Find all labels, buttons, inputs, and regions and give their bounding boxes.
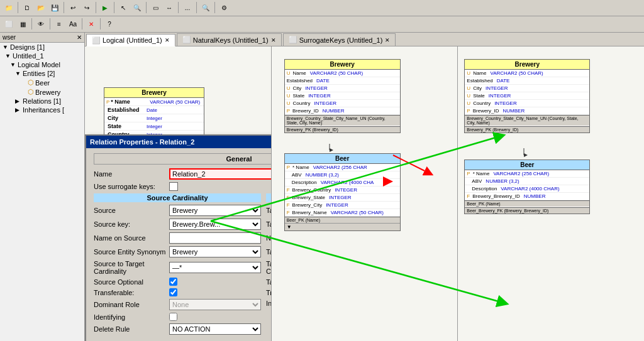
source-optional-label: Source Optional — [94, 278, 169, 286]
open-btn[interactable]: 📂 — [35, 1, 47, 14]
nk-beer-city-row: F Brewery_City INTEGER — [285, 202, 400, 209]
brewery-row-name: P * Name VARCHAR (50 CHAR) — [104, 98, 204, 106]
table-btn[interactable]: ▦ — [16, 18, 29, 30]
source-col: Source Cardinality Source Brewery Source… — [94, 193, 261, 337]
dialog-title-text: Relation Properties - Relation_2 — [90, 138, 194, 146]
source-synonym-select[interactable]: Brewery — [169, 246, 261, 257]
toolbar-row2: ⬜ ▦ 👁 ≡ Aa ✕ ? — [0, 16, 644, 32]
redo-btn[interactable]: ↪ — [80, 1, 93, 14]
main: wser ✕ ▼ Designs [1] ▼ Untitled_1 ▼ Logi… — [0, 33, 644, 341]
source-synonym-label: Source Entity Synonym — [94, 248, 169, 256]
sidebar-item-logical[interactable]: ▼ Logical Model — [0, 60, 84, 69]
more-btn[interactable]: ... — [181, 1, 194, 14]
logical-panel: Brewery P * Name VARCHAR (50 CHAR) Estab… — [85, 46, 272, 341]
nk-breweryid-row: P Brewery_ID NUMBER — [285, 107, 400, 115]
target-col: Target Cardinality Target Beer Target Ke… — [266, 193, 272, 337]
transferable-source-row: Transferable: — [94, 288, 261, 296]
save-btn[interactable]: 💾 — [48, 1, 61, 14]
delete-btn[interactable]: ✕ — [85, 18, 97, 30]
naturalkeys-panel: Brewery U Name VARCHAR2 (50 CHAR) Establ… — [272, 46, 458, 341]
sidebar-item-untitled1[interactable]: ▼ Untitled_1 — [0, 51, 84, 60]
tab-surrogatekeys-icon: ⬜ — [289, 36, 297, 44]
tab-naturalkeys[interactable]: ⬜ NaturalKeys (Untitled_1) ✕ — [177, 33, 282, 46]
help-btn[interactable]: ? — [103, 18, 116, 30]
source-select[interactable]: Brewery — [169, 205, 261, 216]
expand-icon: ▶ — [15, 98, 21, 104]
delete-rule-select[interactable]: NO ACTION — [169, 323, 261, 335]
tab-logical[interactable]: ⬜ Logical (Untitled_1) ✕ — [86, 34, 175, 46]
name-on-source-input[interactable] — [169, 232, 261, 244]
sidebar: wser ✕ ▼ Designs [1] ▼ Untitled_1 ▼ Logi… — [0, 33, 85, 341]
name-on-target-row: Name on Target — [266, 232, 272, 244]
transferable-source-checkbox[interactable] — [169, 288, 177, 296]
tab-surrogatekeys[interactable]: ⬜ SurrogateKeys (Untitled_1) ✕ — [283, 33, 396, 46]
sidebar-item-designs[interactable]: ▼ Designs [1] — [0, 43, 84, 51]
transferable-source-label: Transferable: — [94, 289, 169, 296]
nk-beer-abv-row: ABV NUMBER (3,2) — [285, 171, 400, 179]
sk-established-row: Established DATE — [465, 77, 589, 85]
settings-btn[interactable]: ⚙ — [218, 1, 230, 14]
diagram-btn[interactable]: ⬜ — [3, 18, 15, 30]
nk-beer-brewery-name-row: F Brewery_Name VARCHAR2 (50 CHAR) — [285, 209, 400, 217]
nk-beer-country-row: F Brewery_Country INTEGER — [285, 187, 400, 194]
source-to-target-select[interactable]: —* — [169, 262, 261, 273]
target-to-source-label: Target to Source Cardinality — [266, 260, 272, 275]
brewery-row-established: Established Date — [104, 106, 204, 114]
new-btn[interactable]: 🗋 — [21, 1, 33, 14]
source-optional-checkbox[interactable] — [169, 278, 177, 286]
format-btn[interactable]: Aa — [67, 18, 79, 30]
target-card-header: Target Cardinality — [266, 193, 272, 202]
dominant-role-row: Dominant Role None — [94, 299, 261, 310]
brewery-row-state: State Integer — [104, 122, 204, 131]
tab-surrogatekeys-label: SurrogateKeys (Untitled_1) — [299, 36, 383, 44]
dialog-section-general: General — [94, 153, 272, 165]
designs-label: Designs [1] — [10, 43, 45, 51]
identifying-checkbox[interactable] — [169, 313, 177, 321]
diagrams: Brewery P * Name VARCHAR (50 CHAR) Estab… — [85, 46, 644, 341]
search-btn[interactable]: 🔍 — [199, 1, 212, 14]
pointer-btn[interactable]: ↖ — [117, 1, 130, 14]
target-optional-label: Target Optional — [266, 278, 272, 286]
source-key-row: Source key: Brewery.Brew... — [94, 219, 261, 230]
sidebar-item-beer[interactable]: ⬡ Beer — [0, 78, 84, 87]
tab-logical-close[interactable]: ✕ — [165, 37, 170, 43]
tab-naturalkeys-close[interactable]: ✕ — [271, 37, 276, 43]
surrogate-checkbox[interactable] — [169, 182, 178, 191]
beer-sk-header: Beer — [465, 160, 589, 170]
sidebar-item-relations[interactable]: ▶ Relations [1] — [0, 97, 84, 106]
transferable-target-row: Transferable: — [266, 288, 272, 296]
run-btn[interactable]: ▶ — [99, 1, 111, 14]
brewery-table-nk[interactable]: Brewery U Name VARCHAR2 (50 CHAR) Establ… — [284, 59, 401, 133]
source-key-select[interactable]: Brewery.Brew... — [169, 219, 261, 230]
align-btn[interactable]: ≡ — [53, 18, 65, 30]
file-menu-btn[interactable]: 📁 — [3, 1, 15, 14]
beer-table-sk[interactable]: Beer P * Name VARCHAR2 (256 CHAR) ABV NU… — [464, 160, 590, 214]
in-arc-row: In Arc — [266, 299, 272, 307]
surrogate-label: Use surrogate keys: — [94, 183, 169, 190]
sk-country-row: U Country INTEGER — [465, 100, 589, 107]
sidebar-item-inheritances[interactable]: ▶ Inheritances [ — [0, 106, 84, 114]
entity-btn[interactable]: ▭ — [149, 1, 162, 14]
sidebar-close-icon[interactable]: ✕ — [77, 34, 82, 41]
name-row: Name — [94, 168, 272, 180]
sidebar-item-entities[interactable]: ▼ Entities [2] — [0, 69, 84, 78]
toolbar: 📁 🗋 📂 💾 ↩ ↪ ▶ ↖ 🔍 ▭ ↔ ... 🔍 ⚙ ⬜ ▦ 👁 ≡ Aa… — [0, 0, 644, 33]
sk-beer-footer2: Beer_Brewery_FK (Brewery_Brewery_ID) — [465, 207, 589, 214]
sidebar-item-brewery[interactable]: ⬡ Brewery — [0, 87, 84, 97]
tab-surrogatekeys-close[interactable]: ✕ — [385, 37, 390, 43]
rel-btn[interactable]: ↔ — [163, 1, 175, 14]
beer-table-nk[interactable]: Beer P * Name VARCHAR2 (256 CHAR ABV NUM… — [284, 153, 401, 231]
dominant-role-label: Dominant Role — [94, 301, 169, 308]
sk-breweryid-row: P Brewery_ID NUMBER — [465, 107, 589, 115]
undo-btn[interactable]: ↩ — [67, 1, 79, 14]
nk-established-row: Established DATE — [285, 77, 400, 85]
sk-beer-abv-row: ABV NUMBER (3,2) — [465, 178, 589, 185]
name-input[interactable] — [169, 168, 272, 180]
sidebar-content: ▼ Designs [1] ▼ Untitled_1 ▼ Logical Mod… — [0, 43, 84, 341]
zoom-btn[interactable]: 🔍 — [131, 1, 143, 14]
dominant-role-select[interactable]: None — [169, 299, 261, 310]
expand-icon: ▼ — [3, 44, 9, 50]
view-btn[interactable]: 👁 — [35, 18, 47, 30]
brewery-table-sk[interactable]: Brewery U Name VARCHAR2 (50 CHAR) Establ… — [464, 59, 590, 133]
brewery-label: Brewery — [35, 89, 60, 96]
